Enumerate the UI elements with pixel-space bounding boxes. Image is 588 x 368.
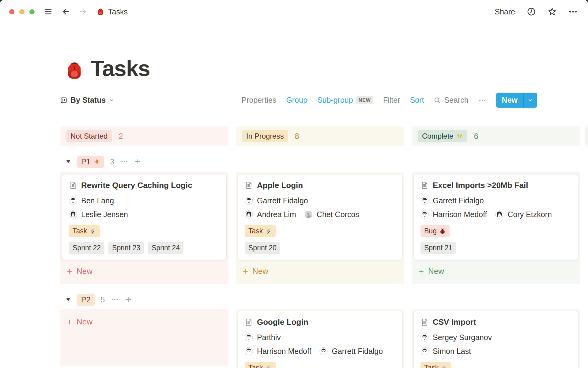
- status-pill-in-progress[interactable]: In Progress: [242, 130, 288, 142]
- new-card-button[interactable]: New: [413, 260, 578, 282]
- task-card[interactable]: Google Login Parthiv Harrison Medoff Gar…: [238, 311, 402, 368]
- view-controls-bar: By Status Properties Group Sub-group NEW…: [60, 93, 537, 115]
- card-title[interactable]: Rewrite Query Caching Logic: [81, 181, 192, 190]
- sprint-tag: Sprint 20: [245, 242, 280, 254]
- avatar: [319, 347, 328, 355]
- new-page-button[interactable]: New: [496, 93, 537, 108]
- avatar: [245, 210, 253, 219]
- plus-icon: [66, 319, 73, 325]
- group-pill-p2[interactable]: P2: [77, 294, 95, 306]
- person-name: Garrett Fidalgo: [332, 347, 383, 356]
- breadcrumb-title: Tasks: [108, 7, 128, 16]
- task-card[interactable]: Apple Login Garrett Fidalgo Andrea Lim C…: [238, 174, 402, 260]
- avatar: [304, 210, 313, 219]
- task-card[interactable]: Rewrite Query Caching Logic Ben Lang Les…: [62, 174, 227, 260]
- new-card-button[interactable]: New: [62, 311, 227, 333]
- hammer-icon: [265, 365, 272, 368]
- minimize-window-button[interactable]: [19, 9, 24, 14]
- page-title[interactable]: Tasks: [91, 57, 150, 80]
- sprint-tag: Sprint 22: [69, 242, 104, 254]
- breadcrumb[interactable]: Tasks: [96, 7, 128, 16]
- new-button-label: New: [496, 93, 523, 108]
- favorite-star-icon[interactable]: [548, 7, 557, 16]
- card-title[interactable]: Apple Login: [257, 181, 303, 190]
- group-more-icon[interactable]: [111, 296, 119, 303]
- sprint-tag: Sprint 23: [108, 242, 144, 254]
- fire-icon: [93, 158, 100, 165]
- avatar: [69, 197, 77, 205]
- new-dropdown-chevron-icon[interactable]: [528, 98, 533, 103]
- task-card[interactable]: Excel Imports >20Mb Fail Garrett Fidalgo…: [413, 174, 578, 260]
- sprint-tag: Sprint 24: [148, 242, 183, 254]
- status-pill-complete[interactable]: Complete: [418, 130, 467, 142]
- avatar: [420, 347, 429, 355]
- page-icon: [245, 181, 253, 190]
- sprint-tag: Sprint 21: [420, 242, 456, 254]
- raised-hands-icon: [456, 133, 463, 140]
- collapse-triangle-icon[interactable]: [66, 297, 71, 302]
- ladybug-icon: [439, 228, 446, 235]
- zoom-window-button[interactable]: [29, 9, 35, 14]
- page-icon: [420, 181, 429, 190]
- task-tag: Task: [420, 362, 451, 368]
- collapse-triangle-icon[interactable]: [66, 159, 71, 164]
- person-name: Sergey Surganov: [433, 333, 492, 342]
- search-icon: [434, 97, 441, 104]
- bug-tag: Bug: [420, 225, 450, 237]
- task-tag: Task: [69, 225, 100, 237]
- group-pill-p1[interactable]: P1: [77, 156, 104, 168]
- person-name: Harrison Medoff: [257, 347, 311, 356]
- column-count: 8: [295, 132, 299, 141]
- avatar: [69, 210, 77, 219]
- avatar: [245, 333, 253, 342]
- group-add-icon[interactable]: [125, 296, 132, 303]
- search-button[interactable]: Search: [434, 96, 468, 105]
- more-options-icon[interactable]: [568, 7, 578, 16]
- add-group-button[interactable]: [585, 126, 588, 146]
- back-icon[interactable]: [62, 7, 70, 16]
- backpack-icon: [96, 8, 104, 16]
- column-count: 2: [119, 132, 123, 141]
- view-name: By Status: [70, 96, 106, 105]
- person-name: Ben Lang: [81, 196, 114, 205]
- group-button[interactable]: Group: [286, 96, 307, 105]
- properties-button[interactable]: Properties: [241, 96, 276, 105]
- new-card-button[interactable]: New: [238, 260, 402, 282]
- search-label: Search: [444, 96, 468, 105]
- person-name: Andrea Lim: [257, 210, 296, 219]
- filter-button[interactable]: Filter: [383, 96, 400, 105]
- hammer-icon: [265, 228, 272, 235]
- share-button[interactable]: Share: [495, 7, 515, 16]
- page-backpack-icon[interactable]: [64, 60, 85, 80]
- avatar: [245, 197, 253, 205]
- view-selector[interactable]: By Status: [60, 96, 114, 105]
- group-count: 5: [101, 295, 105, 304]
- column-count: 6: [474, 132, 478, 141]
- card-title[interactable]: Excel Imports >20Mb Fail: [433, 181, 528, 190]
- person-name: Chet Corcos: [317, 210, 359, 219]
- task-card[interactable]: CSV Import Sergey Surganov Simon Last Ta…: [413, 311, 578, 368]
- card-title[interactable]: Google Login: [257, 317, 308, 327]
- chevron-down-icon: [109, 98, 114, 103]
- view-more-icon[interactable]: [478, 96, 486, 104]
- sort-button[interactable]: Sort: [410, 96, 424, 105]
- new-feature-badge: NEW: [356, 96, 373, 104]
- status-pill-not-started[interactable]: Not Started: [66, 130, 112, 142]
- kanban-board: Not Started 2 In Progress 8 Complete 6 P…: [60, 126, 588, 368]
- history-clock-icon[interactable]: [527, 7, 536, 16]
- person-name: Harrison Medoff: [433, 210, 487, 219]
- subgroup-button[interactable]: Sub-group: [317, 96, 353, 105]
- close-window-button[interactable]: [9, 9, 14, 14]
- board-view-icon: [60, 97, 67, 104]
- group-add-icon[interactable]: [134, 158, 141, 165]
- hammer-icon: [89, 228, 96, 235]
- page-icon: [420, 318, 429, 326]
- group-header-p2: P2 5: [60, 293, 588, 307]
- avatar: [420, 197, 429, 205]
- group-more-icon[interactable]: [121, 158, 128, 165]
- avatar: [420, 210, 429, 219]
- sidebar-menu-icon[interactable]: [44, 7, 52, 16]
- avatar: [245, 347, 253, 355]
- new-card-button[interactable]: New: [62, 260, 227, 282]
- card-title[interactable]: CSV Import: [433, 317, 476, 327]
